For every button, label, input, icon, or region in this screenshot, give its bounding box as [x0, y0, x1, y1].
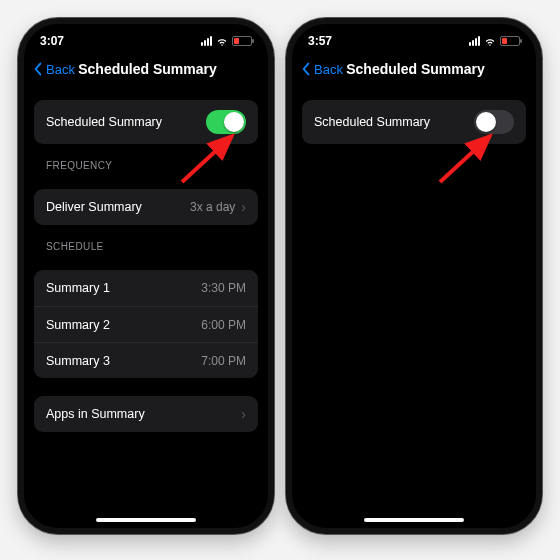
apps-in-summary-row[interactable]: Apps in Summary › — [34, 396, 258, 432]
schedule-row-time: 3:30 PM — [201, 281, 246, 295]
notch — [364, 24, 464, 44]
schedule-row-1[interactable]: Summary 1 3:30 PM — [34, 270, 258, 306]
page-title: Scheduled Summary — [35, 61, 260, 77]
wifi-icon — [484, 35, 496, 47]
scheduled-summary-label: Scheduled Summary — [46, 115, 162, 129]
home-indicator[interactable] — [96, 518, 196, 522]
schedule-row-label: Summary 1 — [46, 281, 110, 295]
content: Scheduled Summary — [292, 100, 536, 144]
schedule-row-label: Summary 2 — [46, 318, 110, 332]
scheduled-summary-label: Scheduled Summary — [314, 115, 430, 129]
phone-right: 3:57 Back Scheduled Summary Scheduled Su… — [286, 18, 542, 534]
battery-icon — [232, 36, 252, 46]
chevron-right-icon: › — [241, 199, 246, 215]
toggle-group: Scheduled Summary — [34, 100, 258, 144]
frequency-group: Deliver Summary 3x a day › — [34, 189, 258, 225]
frequency-header: FREQUENCY — [34, 144, 258, 175]
battery-icon — [500, 36, 520, 46]
schedule-row-label: Summary 3 — [46, 354, 110, 368]
deliver-summary-label: Deliver Summary — [46, 200, 142, 214]
status-time: 3:57 — [308, 34, 332, 48]
page-title: Scheduled Summary — [303, 61, 528, 77]
deliver-summary-value: 3x a day — [190, 200, 235, 214]
scheduled-summary-row[interactable]: Scheduled Summary — [34, 100, 258, 144]
chevron-right-icon: › — [241, 406, 246, 422]
home-indicator[interactable] — [364, 518, 464, 522]
content: Scheduled Summary FREQUENCY Deliver Summ… — [24, 100, 268, 432]
nav-bar: Back Scheduled Summary — [24, 52, 268, 86]
signal-icon — [201, 36, 212, 46]
schedule-row-3[interactable]: Summary 3 7:00 PM — [34, 342, 258, 378]
scheduled-summary-toggle[interactable] — [206, 110, 246, 134]
apps-group: Apps in Summary › — [34, 396, 258, 432]
schedule-row-time: 7:00 PM — [201, 354, 246, 368]
schedule-row-time: 6:00 PM — [201, 318, 246, 332]
phone-left: 3:07 Back Scheduled Summary Scheduled Su… — [18, 18, 274, 534]
scheduled-summary-toggle[interactable] — [474, 110, 514, 134]
schedule-group: Summary 1 3:30 PM Summary 2 6:00 PM Summ… — [34, 270, 258, 378]
signal-icon — [469, 36, 480, 46]
notch — [96, 24, 196, 44]
toggle-group: Scheduled Summary — [302, 100, 526, 144]
apps-in-summary-label: Apps in Summary — [46, 407, 145, 421]
wifi-icon — [216, 35, 228, 47]
scheduled-summary-row[interactable]: Scheduled Summary — [302, 100, 526, 144]
nav-bar: Back Scheduled Summary — [292, 52, 536, 86]
schedule-row-2[interactable]: Summary 2 6:00 PM — [34, 306, 258, 342]
status-time: 3:07 — [40, 34, 64, 48]
deliver-summary-row[interactable]: Deliver Summary 3x a day › — [34, 189, 258, 225]
schedule-header: SCHEDULE — [34, 225, 258, 256]
